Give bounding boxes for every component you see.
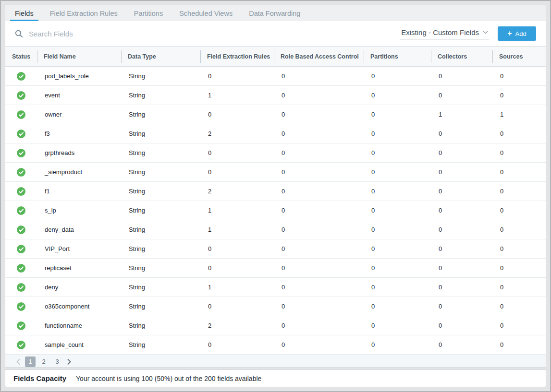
status-enabled-icon <box>17 91 25 100</box>
cell-field-name: pod_labels_role <box>37 72 121 80</box>
field-type-dropdown[interactable]: Existing - Custom Fields <box>400 28 489 39</box>
cell-collectors: 0 <box>431 226 492 233</box>
cell-field-extraction-rules: 1 <box>200 92 274 99</box>
cell-data-type: String <box>121 264 200 272</box>
tab-data-forwarding[interactable]: Data Forwarding <box>244 5 305 21</box>
cell-sources: 0 <box>492 149 546 156</box>
cell-field-name: s_ip <box>37 207 121 214</box>
status-cell <box>5 341 37 349</box>
status-enabled-icon <box>17 245 25 253</box>
table-row[interactable]: ownerString00011 <box>5 105 546 124</box>
cell-role-based-access-control: 0 <box>274 207 364 214</box>
cell-field-extraction-rules: 2 <box>200 188 274 195</box>
cell-data-type: String <box>121 92 200 99</box>
tab-scheduled-views[interactable]: Scheduled Views <box>174 5 237 21</box>
cell-partitions: 0 <box>364 264 431 272</box>
pagination-next-icon[interactable] <box>64 356 74 367</box>
cell-role-based-access-control: 0 <box>274 72 364 80</box>
cell-field-extraction-rules: 0 <box>200 341 274 348</box>
cell-role-based-access-control: 0 <box>274 149 364 156</box>
table-row[interactable]: replicasetString00000 <box>5 259 546 278</box>
cell-field-name: grpthreads <box>37 149 121 156</box>
table-row[interactable]: o365componentString00000 <box>5 297 546 316</box>
cell-field-name: event <box>37 92 121 99</box>
pagination-prev-icon[interactable] <box>13 356 24 367</box>
table-row[interactable]: pod_labels_roleString00000 <box>5 67 546 86</box>
cell-data-type: String <box>121 284 200 291</box>
table-row[interactable]: denyString10000 <box>5 278 546 297</box>
cell-partitions: 0 <box>364 284 431 291</box>
cell-collectors: 0 <box>431 341 492 348</box>
table-row[interactable]: s_ipString10000 <box>5 201 546 220</box>
cell-field-extraction-rules: 0 <box>200 264 274 272</box>
status-cell <box>5 110 37 119</box>
table-row[interactable]: grpthreadsString00000 <box>5 143 546 163</box>
cell-partitions: 0 <box>364 188 431 195</box>
column-header-sources: Sources <box>492 47 546 67</box>
status-cell <box>5 187 37 196</box>
table-row[interactable]: f3String20000 <box>5 124 546 143</box>
cell-data-type: String <box>121 111 200 118</box>
column-header-status: Status <box>5 47 37 67</box>
table-row[interactable]: eventString10000 <box>5 86 546 105</box>
status-enabled-icon <box>17 110 25 119</box>
fields-capacity-bar: Fields Capacity Your account is using 10… <box>5 369 546 387</box>
cell-collectors: 0 <box>431 149 492 156</box>
cell-field-extraction-rules: 0 <box>200 111 274 118</box>
toolbar: Existing - Custom Fields + Add <box>5 21 546 47</box>
cell-role-based-access-control: 0 <box>274 341 364 348</box>
cell-field-name: o365component <box>37 303 121 310</box>
tab-fields[interactable]: Fields <box>10 5 38 21</box>
status-cell <box>5 206 37 215</box>
table-row[interactable]: f1String20000 <box>5 182 546 201</box>
cell-partitions: 0 <box>364 322 431 329</box>
pagination-page-1[interactable]: 1 <box>25 356 36 367</box>
cell-data-type: String <box>121 226 200 233</box>
cell-role-based-access-control: 0 <box>274 130 364 137</box>
cell-field-extraction-rules: 1 <box>200 207 274 214</box>
table-row[interactable]: sample_countString00000 <box>5 335 546 355</box>
cell-role-based-access-control: 0 <box>274 92 364 99</box>
table-row[interactable]: functionnameString20000 <box>5 316 546 335</box>
fields-capacity-message: Your account is using 100 (50%) out of t… <box>76 375 261 382</box>
search-box[interactable] <box>15 30 400 38</box>
status-enabled-icon <box>17 283 25 292</box>
tab-partitions[interactable]: Partitions <box>129 5 168 21</box>
table-row[interactable]: _siemproductString00000 <box>5 163 546 182</box>
cell-sources: 0 <box>492 72 546 80</box>
tab-field-extraction-rules[interactable]: Field Extraction Rules <box>45 5 122 21</box>
cell-collectors: 0 <box>431 72 492 80</box>
status-enabled-icon <box>17 226 25 234</box>
status-enabled-icon <box>17 168 25 177</box>
cell-field-extraction-rules: 0 <box>200 72 274 80</box>
status-cell <box>5 245 37 253</box>
add-button[interactable]: + Add <box>498 26 536 41</box>
cell-role-based-access-control: 0 <box>274 245 364 252</box>
pagination-page-3[interactable]: 3 <box>52 356 62 367</box>
cell-sources: 0 <box>492 303 546 310</box>
table-row[interactable]: deny_dataString10000 <box>5 220 546 239</box>
pagination-page-2[interactable]: 2 <box>38 356 49 367</box>
status-enabled-icon <box>17 302 25 311</box>
cell-role-based-access-control: 0 <box>274 264 364 272</box>
status-cell <box>5 264 37 273</box>
cell-field-extraction-rules: 0 <box>200 303 274 310</box>
column-header-partitions: Partitions <box>364 47 431 67</box>
status-cell <box>5 72 37 81</box>
search-input[interactable] <box>29 30 221 38</box>
chevron-down-icon <box>483 31 488 34</box>
cell-field-extraction-rules: 2 <box>200 130 274 137</box>
status-enabled-icon <box>17 187 25 196</box>
cell-field-name: deny <box>37 284 121 291</box>
cell-field-name: functionname <box>37 322 121 329</box>
cell-collectors: 0 <box>431 92 492 99</box>
cell-role-based-access-control: 0 <box>274 284 364 291</box>
cell-partitions: 0 <box>364 168 431 176</box>
status-enabled-icon <box>17 149 25 157</box>
cell-sources: 0 <box>492 341 546 348</box>
cell-sources: 0 <box>492 264 546 272</box>
cell-sources: 0 <box>492 284 546 291</box>
table-row[interactable]: VIP_PortString00000 <box>5 239 546 259</box>
cell-field-name: replicaset <box>37 264 121 272</box>
search-icon <box>15 30 23 38</box>
